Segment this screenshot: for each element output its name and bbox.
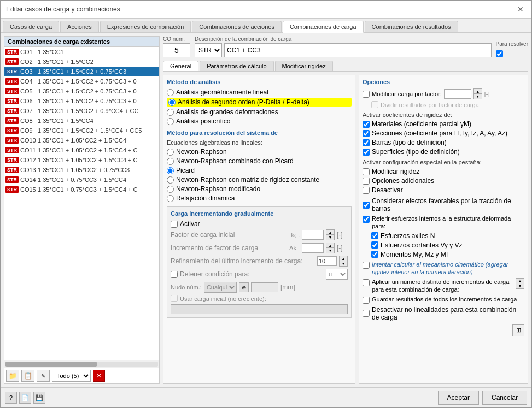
list-item[interactable]: STR CO11 1.35*CC1 + 1.05*CC2 + 1.5*CC4 +… <box>4 145 159 155</box>
esfuerzos-axiles-checkbox[interactable] <box>371 232 378 239</box>
factor-inicial-spinner[interactable]: ▲ ▼ <box>326 229 335 240</box>
list-item[interactable]: STR CO14 1.35*CC1 + 0.75*CC3 + 1.5*CC4 <box>4 175 159 185</box>
aplicar-checkbox[interactable] <box>363 279 370 286</box>
list-item[interactable]: STR CO9 1.35*CC1 + 1.5*CC2 + 1.5*CC4 + C… <box>4 126 159 135</box>
spin-up[interactable]: ▲ <box>326 243 334 248</box>
list-item[interactable]: STR CO7 1.35*CC1 + 1.5*CC2 + 0.9*CC4 + C… <box>4 106 159 116</box>
list-item[interactable]: STR CO10 1.35*CC1 + 1.05*CC2 + 1.5*CC4 <box>4 135 159 145</box>
spin-down[interactable]: ▼ <box>340 261 347 266</box>
opciones-adicionales-checkbox-group[interactable]: Opciones adicionales <box>363 177 524 185</box>
co-num-input[interactable] <box>163 43 190 57</box>
modificar-carga-checkbox[interactable] <box>363 91 370 98</box>
activar-checkbox[interactable] <box>171 221 178 228</box>
aceptar-button[interactable]: Aceptar <box>438 391 479 405</box>
radio-picard-input[interactable] <box>167 167 174 174</box>
nudo-input[interactable] <box>251 282 278 292</box>
guardar-checkbox-group[interactable]: Guardar resultados de todos los incremen… <box>363 295 524 304</box>
esfuerzos-cortantes-checkbox[interactable] <box>371 241 378 249</box>
spin-up[interactable]: ▲ <box>474 89 482 94</box>
tab-combinaciones-carga[interactable]: Combinaciones de carga <box>283 21 364 33</box>
activar-checkbox-group[interactable]: Activar <box>171 220 348 228</box>
intentar-checkbox-group[interactable]: Intentar calcular el mecanismo cinemátic… <box>363 261 524 276</box>
desactivar-no-linealidades-checkbox-group[interactable]: Desactivar no linealidades para esta com… <box>363 306 524 321</box>
considerar-checkbox-group[interactable]: Considerar efectos favorables por la tra… <box>363 197 524 212</box>
radio-postcritico[interactable]: Análisis postcrítico <box>167 117 352 125</box>
momentos-checkbox-group[interactable]: Momentos My, Mz y MT <box>371 251 524 258</box>
radio-relajacion[interactable]: Relajación dinámica <box>167 194 352 202</box>
cancelar-button[interactable]: Cancelar <box>482 391 527 405</box>
superficies-checkbox[interactable] <box>363 149 370 156</box>
para-resolver-checkbox[interactable] <box>496 50 503 57</box>
detener-checkbox[interactable] <box>171 271 178 278</box>
tab-combinaciones-resultados[interactable]: Combinaciones de resultados <box>365 21 458 32</box>
inner-tab-rigidez[interactable]: Modificar rigidez <box>275 61 333 71</box>
opciones-adicionales-checkbox[interactable] <box>363 178 370 185</box>
radio-nr-input[interactable] <box>167 149 174 156</box>
radio-nr-mod-input[interactable] <box>167 186 174 193</box>
help-button[interactable]: ? <box>5 392 17 404</box>
co-list[interactable]: STR CO1 1.35*CC1 STR CO2 1.35*CC1 + 1.5*… <box>4 47 159 360</box>
tab-casos-carga[interactable]: Casos de carga <box>3 21 59 32</box>
referir-checkbox[interactable] <box>363 216 370 223</box>
materiales-checkbox[interactable] <box>363 121 370 128</box>
secciones-checkbox[interactable] <box>363 130 370 137</box>
factor-inicial-input[interactable] <box>302 230 324 240</box>
esfuerzos-axiles-checkbox-group[interactable]: Esfuerzos axiles N <box>371 232 524 240</box>
delete-button[interactable]: ✕ <box>93 370 105 382</box>
radio-segundo-orden[interactable]: Análisis de segundo orden (P-Delta / P-d… <box>167 98 352 107</box>
radio-newton-raphson[interactable]: Newton-Raphson <box>167 148 352 156</box>
radio-lineal-input[interactable] <box>167 89 174 96</box>
spin-down[interactable]: ▼ <box>516 283 524 288</box>
radio-nr-picard[interactable]: Newton-Raphson combinado con Picard <box>167 157 352 165</box>
materiales-checkbox-group[interactable]: Materiales (coeficiente parcial γM) <box>363 120 524 128</box>
save-button[interactable]: 💾 <box>33 392 45 404</box>
filter-select[interactable]: Todo (5) <box>52 370 91 382</box>
radio-nr-modificado[interactable]: Newton-Raphson modificado <box>167 185 352 193</box>
radio-relajacion-input[interactable] <box>167 195 174 202</box>
list-item[interactable]: STR CO8 1.35*CC1 + 1.5*CC4 <box>4 116 159 126</box>
list-item[interactable]: STR CO6 1.35*CC1 + 1.5*CC2 + 0.75*CC3 + … <box>4 96 159 106</box>
desc-input[interactable] <box>224 43 492 57</box>
incremento-spinner[interactable]: ▲ ▼ <box>326 243 335 253</box>
horizontal-scrollbar[interactable] <box>4 360 159 368</box>
incremento-input[interactable] <box>302 243 324 253</box>
tab-acciones[interactable]: Acciones <box>60 21 99 32</box>
momentos-checkbox[interactable] <box>371 251 378 258</box>
spin-down[interactable]: ▼ <box>326 235 334 240</box>
intentar-checkbox[interactable] <box>363 262 370 269</box>
radio-postcritico-input[interactable] <box>167 118 174 125</box>
spin-down[interactable]: ▼ <box>326 248 334 253</box>
inner-tab-general[interactable]: General <box>163 61 198 71</box>
tab-combinaciones-acciones[interactable]: Combinaciones de acciones <box>192 21 282 32</box>
nudo-select[interactable]: Cualqui <box>204 282 237 293</box>
radio-nr-rigidez[interactable]: Newton-Raphson con matriz de rigidez con… <box>167 176 352 184</box>
nudo-pick-btn[interactable]: ⊕ <box>239 282 249 292</box>
radio-picard[interactable]: Picard <box>167 167 352 174</box>
modificar-rigidez-checkbox-group[interactable]: Modificar rigidez <box>363 168 524 175</box>
tab-expresiones[interactable]: Expresiones de combinación <box>100 21 191 32</box>
barras-checkbox[interactable] <box>363 139 370 146</box>
detener-select[interactable]: u <box>326 269 348 280</box>
list-item[interactable]: STR CO1 1.35*CC1 <box>4 47 159 57</box>
close-button[interactable]: ✕ <box>515 4 526 15</box>
desactivar-checkbox[interactable] <box>363 187 370 194</box>
toolbar-btn-edit[interactable]: ✎ <box>37 370 50 382</box>
modificar-carga-spinner[interactable]: ▲ ▼ <box>473 88 482 99</box>
list-item[interactable]: STR CO2 1.35*CC1 + 1.5*CC2 <box>4 57 159 67</box>
spin-up[interactable]: ▲ <box>326 230 334 235</box>
spin-down[interactable]: ▼ <box>474 94 482 99</box>
radio-grandes-def-input[interactable] <box>167 109 174 116</box>
dividir-checkbox[interactable] <box>371 101 378 108</box>
str-select[interactable]: STR <box>195 43 222 57</box>
list-item[interactable]: STR CO13 1.35*CC1 + 1.05*CC2 + 0.75*CC3 … <box>4 165 159 175</box>
modificar-rigidez-checkbox[interactable] <box>363 168 370 175</box>
refinamiento-input[interactable] <box>317 256 337 266</box>
desactivar-checkbox-group[interactable]: Desactivar <box>363 186 524 194</box>
radio-nr-picard-input[interactable] <box>167 158 174 165</box>
considerar-checkbox[interactable] <box>363 202 370 209</box>
spin-up[interactable]: ▲ <box>516 279 524 283</box>
radio-segundo-orden-input[interactable] <box>168 99 176 106</box>
doc-button[interactable]: 📄 <box>19 392 31 404</box>
toolbar-btn-copy[interactable]: 📋 <box>21 370 34 382</box>
secciones-checkbox-group[interactable]: Secciones (coeficiente para IT, Iy, Iz, … <box>363 129 524 137</box>
